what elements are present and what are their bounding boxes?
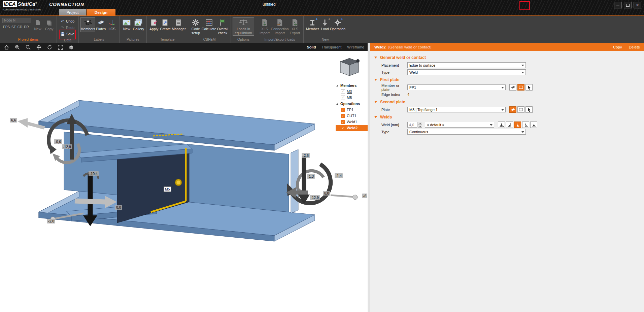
tab-project[interactable]: Project xyxy=(59,9,86,15)
properties-panel: Weld2 [General weld or contact] Copy Del… xyxy=(370,43,644,312)
section-first-plate[interactable]: First plate xyxy=(370,76,644,83)
delete-operation-button[interactable]: Delete xyxy=(629,45,640,49)
collapse-triangle-icon xyxy=(374,57,377,59)
checkbox-m3[interactable]: ✓ xyxy=(341,90,345,94)
first-plate-select[interactable]: FP1 xyxy=(407,84,506,90)
checkbox-weld2[interactable]: ✓ xyxy=(341,126,345,130)
xls-export-button[interactable]: X XLS Export xyxy=(288,17,302,36)
selected-operation-title: Weld2 xyxy=(374,45,386,49)
xls-import-button[interactable]: X XLS Import xyxy=(258,17,271,36)
tab-design[interactable]: Design xyxy=(87,9,115,15)
second-plate-highlight-button[interactable] xyxy=(509,106,516,113)
expander-icon[interactable] xyxy=(336,103,338,105)
weld-size-input[interactable]: 4,0 xyxy=(407,122,417,128)
picture-new-button[interactable]: New xyxy=(121,17,132,32)
st-button[interactable]: ST xyxy=(11,25,16,29)
new-operation-button[interactable]: + Operation xyxy=(330,17,345,32)
connection-import-button[interactable]: Connection Import xyxy=(271,17,288,36)
navigation-cube[interactable] xyxy=(337,56,362,81)
maximize-button[interactable] xyxy=(624,2,632,8)
template-apply-button[interactable]: Apply xyxy=(148,17,159,32)
placement-select[interactable]: Edge to surface xyxy=(407,62,526,68)
weld-contact-type-select[interactable]: Weld xyxy=(407,69,526,75)
new-item-button[interactable]: New xyxy=(32,17,43,32)
cd-button[interactable]: CD xyxy=(18,25,22,29)
pan-button[interactable] xyxy=(36,44,42,50)
weld-preset-select[interactable]: < default > xyxy=(425,122,494,128)
tree-group-members[interactable]: Members xyxy=(336,82,368,89)
checkbox-m5[interactable]: ✓ xyxy=(341,96,345,100)
rotate-view-button[interactable] xyxy=(46,44,53,50)
tree-group-operations[interactable]: Operations xyxy=(336,101,368,107)
labels-lcs-toggle[interactable]: LCS xyxy=(106,17,117,32)
viewport-3d[interactable]: 6,6 -0,6 -12,9 -10,4 -2,0 0,0 M5 -2,6 -1… xyxy=(0,51,368,312)
group-label-pictures: Pictures xyxy=(120,37,146,43)
weld-double-fillet-button[interactable] xyxy=(498,122,505,128)
picture-gallery-button[interactable]: Gallery xyxy=(132,17,145,32)
tree-item-weld1-label[interactable]: Weld1 xyxy=(347,120,357,124)
tree-item-weld1[interactable]: ✓ Weld1 xyxy=(336,119,368,125)
checkbox-fp1[interactable]: ✓ xyxy=(341,108,345,112)
second-plate-preview-button[interactable] xyxy=(517,106,524,113)
second-plate-select[interactable]: M3 | Top flange 1 xyxy=(407,107,506,112)
weld-fillet-right-button[interactable] xyxy=(514,122,521,128)
zoom-window-button[interactable] xyxy=(14,44,21,50)
section-welds[interactable]: Welds xyxy=(370,113,644,121)
section-second-plate[interactable]: Second plate xyxy=(370,98,644,106)
tree-item-m3[interactable]: ✓ M3 xyxy=(336,89,368,95)
close-button[interactable]: ✕ xyxy=(634,2,641,8)
eps-button[interactable]: EPS xyxy=(3,25,10,29)
tree-item-m5-label[interactable]: M5 xyxy=(347,96,352,100)
first-plate-preview-button[interactable] xyxy=(509,84,516,91)
new-member-button[interactable]: + Member xyxy=(305,17,320,32)
tree-item-m3-label[interactable]: M3 xyxy=(347,90,352,94)
new-load-button[interactable]: + Load xyxy=(320,17,330,32)
undo-label: Undo xyxy=(66,19,74,23)
home-view-button[interactable] xyxy=(3,44,10,50)
mode-solid[interactable]: Solid xyxy=(307,45,316,49)
checkbox-weld1[interactable]: ✓ xyxy=(341,120,345,124)
copy-item-button[interactable]: Copy xyxy=(43,17,55,32)
code-setup-button[interactable]: Code setup xyxy=(190,17,202,36)
tree-item-cut1-label[interactable]: CUT1 xyxy=(347,114,357,118)
dr-button[interactable]: DR xyxy=(24,25,29,29)
calculate-button[interactable]: Calculate xyxy=(202,17,216,32)
zoom-extents-button[interactable] xyxy=(57,44,64,50)
loads-in-equilibrium-toggle[interactable]: Loads in equilibrium xyxy=(233,17,254,36)
weld-continuity-select[interactable]: Continuous xyxy=(407,129,526,135)
zoom-button[interactable] xyxy=(25,44,31,50)
stepper-up-button[interactable] xyxy=(418,122,422,125)
chevron-down-icon xyxy=(501,87,504,89)
expander-icon[interactable] xyxy=(336,84,338,86)
weld-fillet-left-button[interactable] xyxy=(506,122,513,128)
copy-operation-button[interactable]: Copy xyxy=(613,45,622,49)
labels-plates-toggle[interactable]: Plates xyxy=(95,17,106,32)
first-plate-pick-button[interactable] xyxy=(526,84,533,91)
checkbox-cut1[interactable]: ✓ xyxy=(341,114,345,118)
minimize-button[interactable] xyxy=(614,2,622,8)
overall-check-button[interactable]: Overall check xyxy=(216,17,229,36)
template-manager-button[interactable]: Manager xyxy=(171,17,186,32)
mode-wireframe[interactable]: Wireframe xyxy=(347,45,364,49)
load-label: -12,9 xyxy=(62,144,72,149)
stepper-down-button[interactable] xyxy=(418,125,422,128)
tree-item-weld2[interactable]: ✓ Weld2 xyxy=(336,125,368,131)
tree-item-cut1[interactable]: ✓ CUT1 xyxy=(336,113,368,119)
bolt[interactable] xyxy=(175,179,182,186)
mode-transparent[interactable]: Transparent xyxy=(321,45,341,49)
tree-item-m5[interactable]: ✓ M5 xyxy=(336,95,368,101)
weld-butt-button[interactable] xyxy=(530,122,537,128)
section-general-weld[interactable]: General weld or contact xyxy=(370,54,644,61)
template-create-button[interactable]: Create xyxy=(159,17,171,32)
tree-item-weld2-label[interactable]: Weld2 xyxy=(347,126,358,130)
tree-item-fp1-label[interactable]: FP1 xyxy=(347,108,353,112)
first-plate-highlight-button[interactable] xyxy=(517,84,524,91)
weld-fillet-outline-button[interactable] xyxy=(522,122,529,128)
node-field[interactable]: Node N xyxy=(2,18,31,23)
second-plate-pick-button[interactable] xyxy=(526,106,533,113)
undo-button[interactable]: ↶ Undo xyxy=(59,18,76,24)
labels-members-toggle[interactable]: Members xyxy=(80,17,95,32)
connection-model-scene[interactable] xyxy=(0,51,368,312)
clipping-plane-button[interactable] xyxy=(68,44,74,50)
tree-item-fp1[interactable]: ✓ FP1 xyxy=(336,107,368,113)
